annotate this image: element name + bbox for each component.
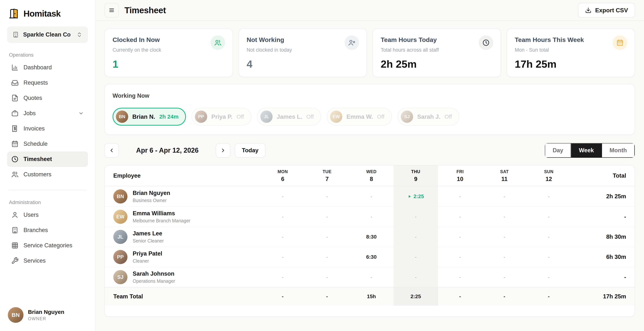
timesheet-row-emma-williams: EWEmma WilliamsMelbourne Branch Manager-… xyxy=(105,206,635,227)
sidebar-item-invoices[interactable]: Invoices xyxy=(7,121,88,136)
timesheet-cell[interactable]: - xyxy=(349,186,394,206)
calendar-icon xyxy=(11,140,19,148)
timesheet-cell[interactable]: 8:30 xyxy=(349,227,394,247)
view-toggle-month[interactable]: Month xyxy=(602,143,635,158)
chip-name: James L. xyxy=(277,113,302,120)
view-toggle-day[interactable]: Day xyxy=(545,143,571,158)
view-toggle-week[interactable]: Week xyxy=(571,143,602,158)
day-column-header-sun: SUN12 xyxy=(526,166,571,186)
sidebar-section-label: Operations xyxy=(9,52,86,58)
timesheet-cell[interactable]: - xyxy=(526,247,571,267)
sidebar-item-jobs[interactable]: Jobs xyxy=(7,106,88,121)
timesheet-cell[interactable]: - xyxy=(482,227,526,247)
sidebar-item-schedule[interactable]: Schedule xyxy=(7,136,88,152)
timesheet-cell[interactable]: - xyxy=(305,247,349,267)
timesheet-cell[interactable]: - xyxy=(305,267,349,287)
grid-icon xyxy=(11,242,19,249)
timesheet-cell[interactable]: 6:30 xyxy=(349,247,394,267)
timesheet-cell[interactable]: - xyxy=(260,186,305,206)
avatar: SJ xyxy=(113,270,128,284)
page-title: Timesheet xyxy=(124,5,166,15)
company-selector[interactable]: Sparkle Clean Co xyxy=(7,26,88,43)
timesheet-cell[interactable]: - xyxy=(526,207,571,227)
sidebar-item-quotes[interactable]: Quotes xyxy=(7,90,88,106)
timesheet-cell[interactable]: - xyxy=(482,207,526,227)
timesheet-cell[interactable]: - xyxy=(482,186,526,206)
timesheet-cell[interactable]: - xyxy=(438,207,482,227)
users-icon xyxy=(11,171,19,178)
timesheet-cell[interactable]: - xyxy=(482,267,526,287)
timesheet-cell[interactable]: - xyxy=(482,247,526,267)
sidebar-item-label: Requests xyxy=(24,80,84,86)
timesheet-cell[interactable]: - xyxy=(349,207,394,227)
employee-role: Cleaner xyxy=(133,258,162,264)
timesheet-cell[interactable]: - xyxy=(260,227,305,247)
view-toggle: DayWeekMonth xyxy=(544,143,635,158)
chevron-right-icon xyxy=(220,148,226,154)
today-button[interactable]: Today xyxy=(235,143,266,158)
row-total: - xyxy=(571,214,635,220)
avatar: SJ xyxy=(401,110,413,123)
stat-card-team-hours-this-week: Team Hours This WeekMon - Sun total17h 2… xyxy=(507,28,635,77)
timesheet-cell[interactable]: - xyxy=(394,247,438,267)
working-now-chip-sarah-j-[interactable]: SJSarah J.Off xyxy=(398,108,459,126)
play-icon xyxy=(408,194,412,198)
timesheet-cell[interactable]: - xyxy=(526,227,571,247)
timesheet-cell[interactable]: - xyxy=(394,207,438,227)
menu-button[interactable] xyxy=(104,3,119,18)
stat-title: Clocked In Now xyxy=(112,36,225,44)
download-icon xyxy=(585,7,592,14)
sidebar-item-services[interactable]: Services xyxy=(7,253,88,268)
topbar: Timesheet Export CSV xyxy=(96,0,644,21)
chip-status: Off xyxy=(444,114,452,120)
timesheet-cell[interactable]: - xyxy=(305,207,349,227)
timesheet-cell[interactable]: - xyxy=(349,267,394,287)
sidebar-item-label: Users xyxy=(24,212,84,218)
working-now-chip-brian-n-[interactable]: BNBrian N.2h 24m xyxy=(112,108,186,126)
timesheet-cell[interactable]: - xyxy=(305,227,349,247)
sidebar-item-branches[interactable]: Branches xyxy=(7,222,88,238)
timesheet-cell[interactable]: - xyxy=(438,267,482,287)
stats-row: Clocked In NowCurrently on the clock1Not… xyxy=(104,28,635,77)
timesheet-cell[interactable]: - xyxy=(394,227,438,247)
employee-cell: SJSarah JohnsonOperations Manager xyxy=(105,270,260,284)
timesheet-cell[interactable]: - xyxy=(394,267,438,287)
working-now-card: Working Now BNBrian N.2h 24mPPPriya P.Of… xyxy=(104,84,635,135)
team-total-cell: 2:25 xyxy=(394,288,438,306)
working-now-chip-priya-p-[interactable]: PPPriya P.Off xyxy=(192,108,252,126)
employee-role: Melbourne Branch Manager xyxy=(133,218,190,224)
timesheet-cell[interactable]: - xyxy=(305,186,349,206)
day-column-header-tue: TUE7 xyxy=(305,166,349,186)
prev-week-button[interactable] xyxy=(104,143,119,158)
sidebar-item-customers[interactable]: Customers xyxy=(7,167,88,182)
timesheet-cell[interactable]: - xyxy=(260,207,305,227)
company-name: Sparkle Clean Co xyxy=(23,31,72,38)
sidebar-item-users[interactable]: Users xyxy=(7,207,88,222)
timesheet-cell[interactable]: - xyxy=(438,227,482,247)
timesheet-cell[interactable]: - xyxy=(260,267,305,287)
employee-column-header: Employee xyxy=(105,172,260,179)
inbox-icon xyxy=(11,79,19,86)
working-now-chip-james-l-[interactable]: JLJames L.Off xyxy=(257,108,321,126)
sidebar-item-requests[interactable]: Requests xyxy=(7,75,88,90)
timesheet-cell[interactable]: - xyxy=(260,247,305,267)
timesheet-cell[interactable]: - xyxy=(526,186,571,206)
chip-status: Off xyxy=(236,114,244,120)
next-week-button[interactable] xyxy=(216,143,230,158)
sidebar-item-service-categories[interactable]: Service Categories xyxy=(7,238,88,253)
timesheet-cell[interactable]: 2:25 xyxy=(394,186,438,206)
team-total-label: Team Total xyxy=(105,293,260,300)
export-csv-button[interactable]: Export CSV xyxy=(578,3,635,18)
user-profile[interactable]: BN Brian Nguyen OWNER xyxy=(7,306,88,323)
timesheet-cell[interactable]: - xyxy=(526,267,571,287)
clock-icon xyxy=(479,36,493,50)
sidebar-item-label: Services xyxy=(24,258,84,264)
sidebar-item-timesheet[interactable]: Timesheet xyxy=(7,152,88,167)
sidebar-item-dashboard[interactable]: Dashboard xyxy=(7,60,88,75)
employee-cell: JLJames LeeSenior Cleaner xyxy=(105,230,260,244)
day-column-header-sat: SAT11 xyxy=(482,166,526,186)
working-now-chip-emma-w-[interactable]: EWEmma W.Off xyxy=(327,108,392,126)
timesheet-cell[interactable]: - xyxy=(438,186,482,206)
timesheet-cell[interactable]: - xyxy=(438,247,482,267)
day-column-header-thu: THU9 xyxy=(394,166,438,186)
